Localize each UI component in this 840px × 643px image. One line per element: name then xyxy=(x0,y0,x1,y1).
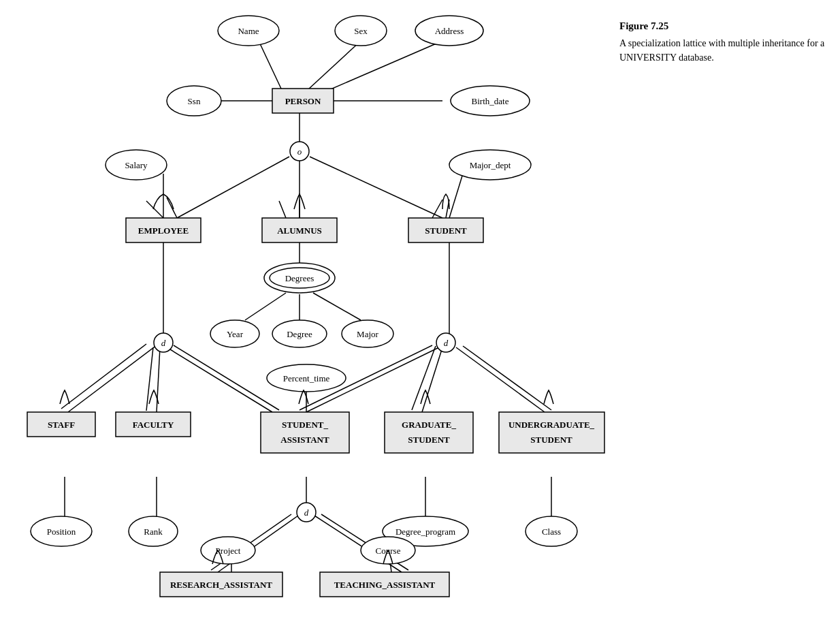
attr-project: Project xyxy=(216,546,241,556)
attr-year: Year xyxy=(227,329,244,339)
svg-line-26 xyxy=(412,346,436,410)
diagram-area: .entity-rect { fill: #e8e8e8; stroke: #0… xyxy=(0,0,613,643)
attr-rank: Rank xyxy=(144,527,163,537)
svg-line-23 xyxy=(174,345,279,410)
attr-ssn: Ssn xyxy=(188,96,201,106)
svg-line-12 xyxy=(310,157,442,218)
attr-name: Name xyxy=(238,26,259,36)
entity-teachingassistant: TEACHING_ASSISTANT xyxy=(334,580,436,590)
attr-position: Position xyxy=(47,527,76,537)
disjoint-o: o xyxy=(297,146,302,157)
attr-major: Major xyxy=(357,329,378,339)
attr-degreeprogram: Degree_program xyxy=(395,527,455,537)
svg-line-19 xyxy=(61,344,146,409)
figure-title: Figure 7.25 xyxy=(619,20,830,32)
svg-line-18 xyxy=(68,345,157,412)
svg-line-22 xyxy=(167,347,272,412)
svg-line-10 xyxy=(279,201,286,218)
entity-ugstudent: UNDERGRADUATE_ xyxy=(508,420,595,430)
caption-area: Figure 7.25 A specialization lattice wit… xyxy=(619,20,830,65)
attr-degrees: Degrees xyxy=(285,273,314,283)
entity-ugstudent-2: STUDENT xyxy=(530,435,572,445)
svg-rect-69 xyxy=(261,412,349,453)
entity-graduatestudent: GRADUATE_ xyxy=(402,420,456,430)
disjoint-d-sa: d xyxy=(304,507,309,518)
entity-studentassistant-2: ASSISTANT xyxy=(280,435,329,445)
attr-class: Class xyxy=(542,527,561,537)
attr-birthdate: Birth_date xyxy=(472,96,509,106)
svg-line-25 xyxy=(422,347,442,412)
entity-studentassistant: STUDENT_ xyxy=(282,420,328,430)
svg-line-30 xyxy=(245,293,286,320)
attr-sex: Sex xyxy=(354,26,368,36)
entity-graduatestudent-2: STUDENT xyxy=(408,435,450,445)
attr-majordept: Major_dept xyxy=(470,160,511,170)
entity-faculty: FACULTY xyxy=(133,420,174,430)
svg-line-27 xyxy=(456,347,545,412)
figure-description: A specialization lattice with multiple i… xyxy=(619,36,830,65)
entity-researchassistant: RESEARCH_ASSISTANT xyxy=(170,580,272,590)
disjoint-d-student: d xyxy=(444,338,449,348)
entity-person: PERSON xyxy=(285,96,321,106)
entity-employee: EMPLOYEE xyxy=(138,225,189,236)
svg-line-32 xyxy=(313,293,361,320)
entity-staff: STAFF xyxy=(48,420,75,430)
entity-alumnus: ALUMNUS xyxy=(277,225,322,236)
disjoint-d-employee: d xyxy=(161,338,166,348)
attr-percenttime: Percent_time xyxy=(283,373,330,383)
svg-line-8 xyxy=(167,198,177,218)
svg-line-16 xyxy=(449,174,463,218)
attr-address: Address xyxy=(435,26,464,36)
svg-rect-71 xyxy=(499,412,604,453)
entity-student: STUDENT xyxy=(425,225,467,236)
attr-degree: Degree xyxy=(287,329,312,339)
svg-line-28 xyxy=(463,346,551,410)
svg-rect-70 xyxy=(385,412,473,453)
svg-line-6 xyxy=(177,157,289,218)
attr-salary: Salary xyxy=(125,160,148,170)
